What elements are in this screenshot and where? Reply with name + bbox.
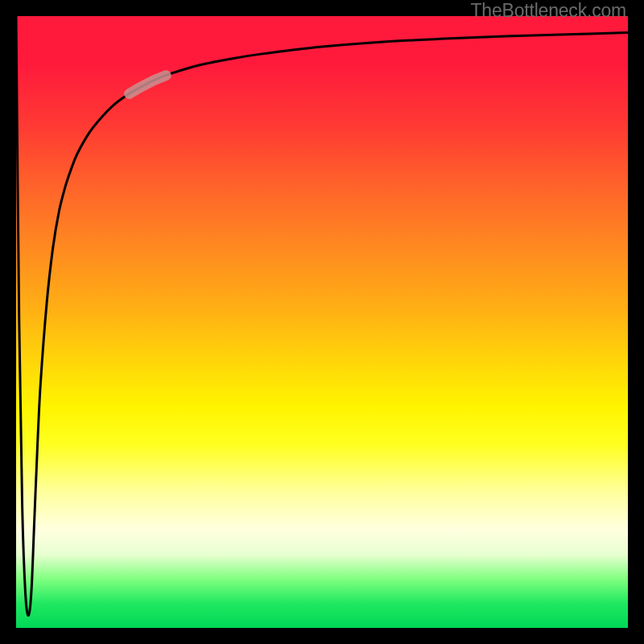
chart-svg (16, 16, 628, 628)
watermark-text: TheBottleneck.com (471, 0, 626, 22)
chart-container: TheBottleneck.com (0, 0, 644, 644)
highlight-segment (130, 76, 167, 94)
main-curve (16, 16, 628, 616)
